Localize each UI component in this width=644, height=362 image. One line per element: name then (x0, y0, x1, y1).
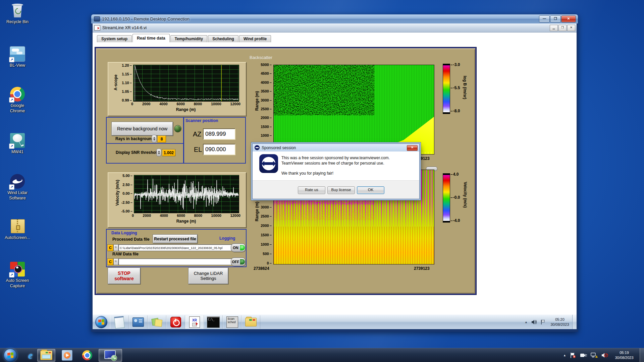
backscatter-colorbar (443, 64, 450, 114)
host-taskbar-rdp[interactable]: ⇄ (99, 349, 122, 362)
desktop-icon-mw41[interactable]: ↗ MW41 (3, 133, 32, 155)
host-taskbar-ie[interactable]: e (25, 349, 35, 361)
tick-label: 4000 (160, 214, 168, 218)
desktop-icon-wind-lidar[interactable]: ↗ Wind Lidar Software (3, 174, 32, 201)
host-clock[interactable]: 05:19 30/08/2023 (610, 350, 638, 360)
tick-label: 0.99 (122, 98, 132, 102)
bl-view-icon: ↗ (10, 46, 25, 62)
snr-spinner[interactable] (156, 148, 161, 157)
desktop-icon-autoscreen-zip[interactable]: AutoScreen... (3, 219, 32, 241)
velocity-xlabel: Range (m) (134, 219, 238, 224)
remote-taskbar-display-settings[interactable] (129, 315, 148, 329)
rate-us-button[interactable]: Rate us (298, 186, 325, 194)
tick-label: 5000 (261, 63, 272, 67)
tab-scheduling[interactable]: Scheduling (208, 35, 238, 42)
wind-lidar-logo-icon: ↗ (10, 174, 25, 189)
remote-volume-icon[interactable] (531, 319, 537, 325)
remote-taskbar-scan-scheduler[interactable]: Scan sched (223, 315, 241, 329)
remote-action-center-flag-icon[interactable] (540, 319, 546, 325)
app-restore-button[interactable]: ❐ (558, 25, 567, 31)
host-volume-muted-icon[interactable] (601, 352, 608, 358)
remote-taskbar-explorer[interactable] (241, 315, 260, 329)
sticky-notes-icon (152, 317, 162, 327)
rdp-close-button[interactable]: ✕ (561, 15, 576, 22)
host-network-warning-icon[interactable]: ! (590, 352, 598, 358)
desktop-icon-auto-screen-capture[interactable]: ↗ Auto Screen Capture (3, 261, 32, 289)
ascope-plot[interactable] (133, 65, 239, 102)
restart-processed-button[interactable]: Restart processed file (153, 234, 198, 243)
raw-browse-icon[interactable]: ⎘ (113, 258, 118, 265)
app-title-bar[interactable]: StreamLine XR v14-6.vi ▁ ❐ ✕ (93, 23, 577, 33)
ok-button[interactable]: OK (357, 186, 384, 194)
remote-taskbar-streamline-xr[interactable]: XR (185, 315, 204, 329)
el-value[interactable]: 090.000 (203, 144, 235, 155)
off-lens-icon (240, 259, 245, 264)
dialog-close-button[interactable]: ✕ (407, 145, 418, 151)
dialog-text-line1: This was a free session sponsored by www… (281, 156, 390, 160)
ascope-ylabel: A-scope (113, 72, 118, 93)
velocity-colorbar-ticks: 4.0-0.0-4.0 (450, 172, 460, 223)
raw-logging-toggle[interactable]: OFF (231, 257, 246, 266)
notepad-icon (114, 316, 125, 328)
host-taskbar-chrome[interactable] (79, 349, 95, 361)
desktop-icon-label: Google Chrome (3, 103, 32, 114)
rdp-maximize-button[interactable]: ❐ (550, 15, 561, 22)
raw-drive-letter[interactable]: C (107, 258, 113, 265)
backscatter-heatmap[interactable] (273, 65, 434, 155)
host-action-center-flag-icon[interactable] (570, 352, 576, 358)
tab-system-setup[interactable]: System setup (97, 35, 132, 42)
remote-clock[interactable]: 05:20 30/08/2023 (547, 317, 572, 327)
remote-taskbar-sticky-notes[interactable] (148, 315, 166, 329)
remote-taskbar-shutdown[interactable] (166, 315, 185, 329)
remote-start-button[interactable] (93, 316, 110, 328)
tick-label: -5.5 (450, 85, 460, 90)
start-orb-icon (95, 316, 107, 328)
az-value[interactable]: 089.999 (203, 128, 235, 140)
remote-taskbar-cmd[interactable]: C:\_ (204, 315, 223, 329)
rays-spinner[interactable] (152, 135, 157, 143)
remote-taskbar-notepad[interactable] (110, 315, 129, 329)
tab-wind-profile[interactable]: Wind profile (239, 35, 271, 42)
remote-show-desktop-button[interactable] (572, 315, 577, 329)
host-power-battery-icon[interactable] (580, 352, 587, 358)
desktop-icon-recycle-bin[interactable]: Recycle Bin (3, 3, 32, 25)
desktop-icon-bl-view[interactable]: ↗ BL-View (3, 46, 32, 68)
raw-path-field[interactable] (118, 258, 232, 265)
processed-logging-toggle[interactable]: ON (231, 243, 246, 252)
recycle-bin-icon (10, 3, 25, 18)
host-tray-expand-icon[interactable]: ▲ (563, 354, 566, 357)
host-taskbar-wmp[interactable] (59, 349, 75, 361)
buy-license-button[interactable]: Buy license (327, 186, 355, 194)
app-close-button[interactable]: ✕ (567, 25, 575, 31)
tab-real-time-data[interactable]: Real time data (132, 34, 170, 42)
tick-label: 8000 (194, 214, 202, 218)
desktop: Recycle Bin ↗ BL-View ↗ Google Chrome ↗ … (0, 0, 644, 362)
processed-path-field[interactable]: C:\Lidar\Data\Proc\2023\202308\20230830\… (118, 244, 232, 251)
dialog-text-line2: TeamViewer sessions are free of charge f… (281, 161, 384, 166)
tick-label: -4.0 (450, 218, 460, 223)
tick-label: 12000 (230, 214, 240, 218)
rays-value[interactable]: 8 (157, 135, 166, 142)
cursor-line[interactable] (221, 65, 222, 101)
renew-background-button[interactable]: Renew background now (111, 122, 173, 136)
host-start-button[interactable] (1, 349, 20, 361)
stop-software-button[interactable]: STOP software (108, 267, 141, 284)
app-window-title: StreamLine XR v14-6.vi (102, 25, 147, 30)
dialog-text-line3: We thank you for playing fair! (281, 171, 333, 176)
host-show-desktop-button[interactable] (640, 348, 644, 362)
host-taskbar-explorer[interactable] (37, 349, 55, 362)
rdp-minimize-button[interactable]: — (539, 15, 550, 22)
rdp-title-bar[interactable]: 192.168.0.150 - Remote Desktop Connectio… (91, 14, 578, 23)
app-minimize-button[interactable]: ▁ (550, 25, 558, 31)
snr-value[interactable]: 1.002 (162, 149, 175, 156)
tick-label: 0 (132, 214, 134, 218)
processed-browse-icon[interactable]: ⎘ (113, 244, 118, 251)
remote-tray-expand-icon[interactable]: ▲ (525, 320, 528, 324)
velocity-plot[interactable] (134, 175, 239, 213)
change-lidar-settings-button[interactable]: Change LiDAR Settings (188, 267, 228, 284)
processed-drive-letter[interactable]: C (107, 244, 113, 251)
dialog-title-bar[interactable]: Sponsored session (253, 144, 419, 152)
desktop-icon-google-chrome[interactable]: ↗ Google Chrome (3, 86, 32, 114)
tab-temp-humidity[interactable]: Temp/humidity (170, 35, 207, 42)
tick-label: 1.15 (122, 72, 132, 76)
